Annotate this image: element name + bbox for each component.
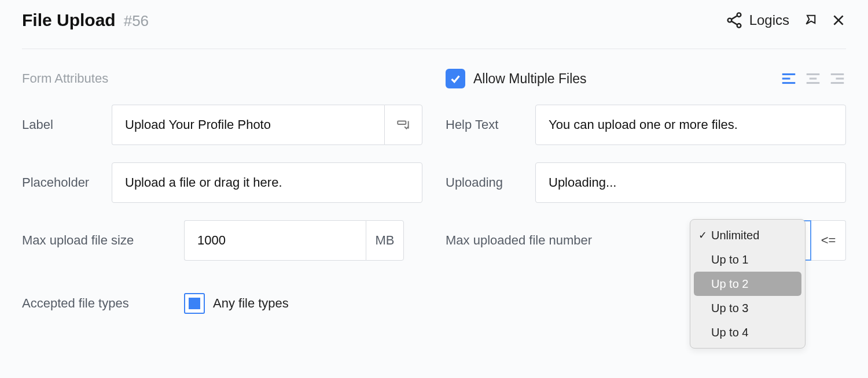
dropdown-option-3[interactable]: Up to 3 bbox=[694, 296, 801, 320]
placeholder-value: Upload a file or drag it here. bbox=[125, 175, 282, 190]
panel-id: #56 bbox=[124, 12, 149, 30]
dropdown-option-2[interactable]: Up to 2 bbox=[694, 272, 801, 296]
label-input-value: Upload Your Profile Photo bbox=[112, 105, 384, 145]
uploading-value: Uploading... bbox=[549, 175, 616, 190]
allow-multiple-toggle[interactable]: Allow Multiple Files bbox=[446, 69, 587, 88]
align-right-button[interactable] bbox=[829, 70, 846, 87]
placeholder-input[interactable]: Upload a file or drag it here. bbox=[112, 162, 422, 203]
maxnumber-suffix: <= bbox=[811, 220, 846, 261]
checkbox-checked-icon bbox=[446, 69, 465, 88]
svg-point-2 bbox=[737, 24, 741, 28]
helptext-value: You can upload one or more files. bbox=[549, 117, 738, 132]
section-title: Form Attributes bbox=[22, 71, 434, 86]
maxsize-field-label: Max upload file size bbox=[22, 233, 172, 248]
accepted-anytype-toggle[interactable]: Any file types bbox=[184, 293, 289, 314]
align-left-icon bbox=[780, 70, 797, 87]
accepted-option-label: Any file types bbox=[213, 296, 289, 311]
align-center-icon bbox=[804, 70, 822, 87]
uploading-input[interactable]: Uploading... bbox=[535, 162, 846, 203]
svg-point-0 bbox=[737, 13, 741, 17]
maxnumber-field-label: Max uploaded file number bbox=[446, 233, 684, 248]
align-left-button[interactable] bbox=[780, 70, 797, 87]
dropdown-option-1[interactable]: Up to 1 bbox=[694, 247, 801, 272]
dropdown-option-unlimited[interactable]: Unlimited bbox=[694, 223, 801, 247]
dropdown-option-4[interactable]: Up to 4 bbox=[694, 320, 801, 344]
inline-label-icon bbox=[396, 117, 411, 132]
maxsize-input[interactable]: 1000 MB bbox=[184, 220, 404, 261]
svg-rect-16 bbox=[398, 121, 406, 124]
svg-point-1 bbox=[727, 18, 731, 23]
label-field-label: Label bbox=[22, 117, 100, 132]
label-inline-button[interactable] bbox=[384, 105, 422, 145]
logics-label: Logics bbox=[749, 12, 789, 28]
close-button[interactable] bbox=[831, 13, 846, 28]
svg-line-4 bbox=[731, 21, 737, 25]
panel-title: File Upload bbox=[22, 10, 116, 30]
allow-multiple-label: Allow Multiple Files bbox=[473, 71, 587, 87]
panel-header: File Upload #56 Logics bbox=[22, 10, 846, 49]
label-input[interactable]: Upload Your Profile Photo bbox=[112, 105, 422, 145]
accepted-field-label: Accepted file types bbox=[22, 296, 172, 311]
close-icon bbox=[831, 13, 846, 28]
maxsize-value: 1000 bbox=[184, 220, 366, 261]
pin-icon bbox=[802, 12, 818, 28]
helptext-field-label: Help Text bbox=[446, 117, 524, 132]
logics-button[interactable]: Logics bbox=[725, 11, 789, 29]
uploading-field-label: Uploading bbox=[446, 175, 524, 190]
placeholder-field-label: Placeholder bbox=[22, 175, 100, 190]
align-right-icon bbox=[829, 70, 846, 87]
maxnumber-dropdown: Unlimited Up to 1 Up to 2 Up to 3 Up to … bbox=[690, 219, 806, 349]
share-icon bbox=[725, 11, 744, 29]
pin-button[interactable] bbox=[802, 12, 818, 28]
checkbox-indeterminate-icon bbox=[184, 293, 205, 314]
maxsize-unit: MB bbox=[366, 220, 404, 261]
helptext-input[interactable]: You can upload one or more files. bbox=[535, 105, 846, 145]
align-center-button[interactable] bbox=[804, 70, 822, 87]
svg-line-3 bbox=[731, 16, 737, 19]
